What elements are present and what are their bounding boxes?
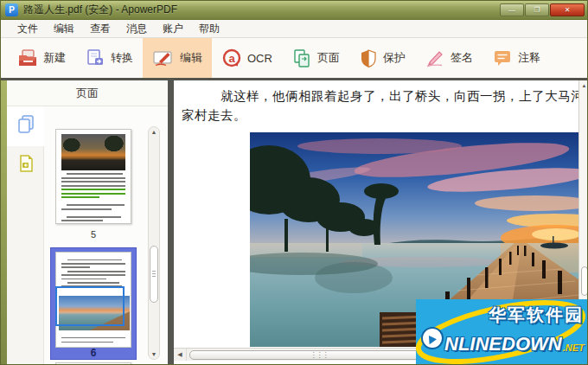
document-view: 就这样，他俩相跟着起身了，出了桥头，向西一拐，上了大马河川道 家村走去。 — [174, 80, 588, 365]
new-button[interactable]: 新建 — [8, 38, 75, 78]
panel-splitter[interactable] — [168, 80, 174, 365]
thumbnail-page-6-selected[interactable]: 6 — [50, 247, 137, 360]
main-toolbar: 新建 转换 编辑 a O — [1, 38, 588, 78]
comment-label: 注释 — [518, 50, 540, 66]
document-hscroll-thumb[interactable]: ⋮⋮⋮ — [189, 350, 449, 360]
page-view-region-box[interactable] — [55, 286, 125, 326]
new-document-icon — [17, 48, 38, 67]
scroll-down-icon[interactable]: ▼ — [149, 351, 159, 357]
doc-scroll-left-icon[interactable]: ◀ — [174, 349, 187, 361]
page-6-number: 6 — [51, 347, 136, 359]
edit-icon — [152, 48, 175, 67]
doc-scroll-up-icon[interactable]: ▲ — [579, 83, 588, 88]
pages-label: 页面 — [317, 50, 340, 66]
title-bar: P 路遥人生.pdf (安全) - ApowerPDF — ❐ ✕ — [1, 1, 588, 20]
app-icon: P — [5, 3, 18, 16]
extract-page-icon — [16, 154, 35, 178]
pages-icon — [291, 48, 312, 68]
thumbnails-tab[interactable] — [7, 106, 44, 146]
menu-message[interactable]: 消息 — [118, 20, 155, 38]
download-arrow-icon — [420, 326, 444, 354]
protect-button[interactable]: 保护 — [349, 38, 415, 78]
page-thumbnails-icon — [16, 114, 35, 138]
close-button[interactable]: ✕ — [550, 3, 585, 16]
onlinedown-watermark: 华军软件园 NLINEDOWN .NET — [416, 299, 588, 365]
convert-label: 转换 — [111, 50, 133, 66]
thumbnail-scrollbar[interactable]: ▲ ▼ — [148, 126, 160, 360]
thumbnail-list: 5 6 — [44, 106, 168, 365]
protect-label: 保护 — [383, 50, 406, 66]
sign-button[interactable]: 签名 — [415, 38, 483, 78]
comment-button[interactable]: 注释 — [483, 38, 550, 78]
svg-text:a: a — [228, 52, 235, 65]
comment-icon — [492, 48, 513, 67]
document-paragraph-line1: 就这样，他俩相跟着起身了，出了桥头，向西一拐，上了大马河川道 — [220, 88, 578, 105]
apowerpdf-window: P 路遥人生.pdf (安全) - ApowerPDF — ❐ ✕ 文件 编辑 … — [0, 0, 588, 365]
watermark-tld-text: .NET — [563, 343, 585, 353]
page-5-number: 5 — [55, 229, 131, 240]
watermark-chinese-text: 华军软件园 — [489, 304, 584, 327]
window-title: 路遥人生.pdf (安全) - ApowerPDF — [23, 3, 177, 17]
pages-panel-title: 页面 — [7, 80, 168, 106]
menu-file[interactable]: 文件 — [10, 20, 46, 38]
document-vscroll-thumb[interactable] — [581, 266, 588, 296]
menu-view[interactable]: 查看 — [82, 20, 118, 38]
edit-label: 编辑 — [180, 50, 202, 66]
extract-pages-tab[interactable] — [7, 146, 44, 186]
page5-image-preview — [61, 134, 125, 170]
scroll-up-icon[interactable]: ▲ — [149, 129, 159, 135]
menu-edit[interactable]: 编辑 — [46, 20, 82, 38]
menu-account[interactable]: 账户 — [155, 20, 191, 38]
sign-label: 签名 — [451, 50, 473, 66]
window-edge — [1, 80, 7, 365]
maximize-button[interactable]: ❐ — [525, 3, 549, 16]
menu-help[interactable]: 帮助 — [191, 20, 227, 38]
convert-icon — [85, 48, 105, 67]
ocr-button[interactable]: a OCR — [212, 38, 282, 78]
sign-pen-icon — [425, 48, 445, 67]
protect-shield-icon — [359, 48, 378, 68]
ocr-icon: a — [221, 48, 242, 68]
thumbnail-scrollbar-thumb[interactable] — [150, 246, 158, 303]
ocr-label: OCR — [247, 52, 272, 65]
watermark-english-text: NLINEDOWN — [444, 333, 562, 355]
convert-button[interactable]: 转换 — [75, 38, 143, 78]
minimize-button[interactable]: — — [500, 3, 524, 16]
new-label: 新建 — [43, 50, 66, 66]
panel-icon-rail — [7, 106, 44, 365]
pages-button[interactable]: 页面 — [282, 38, 349, 78]
pages-panel: 页面 — [7, 80, 168, 365]
edit-button[interactable]: 编辑 — [143, 38, 212, 78]
thumbnail-page-5[interactable] — [55, 129, 131, 224]
menu-bar: 文件 编辑 查看 消息 账户 帮助 — [1, 20, 588, 38]
document-paragraph-line2: 家村走去。 — [182, 107, 246, 124]
